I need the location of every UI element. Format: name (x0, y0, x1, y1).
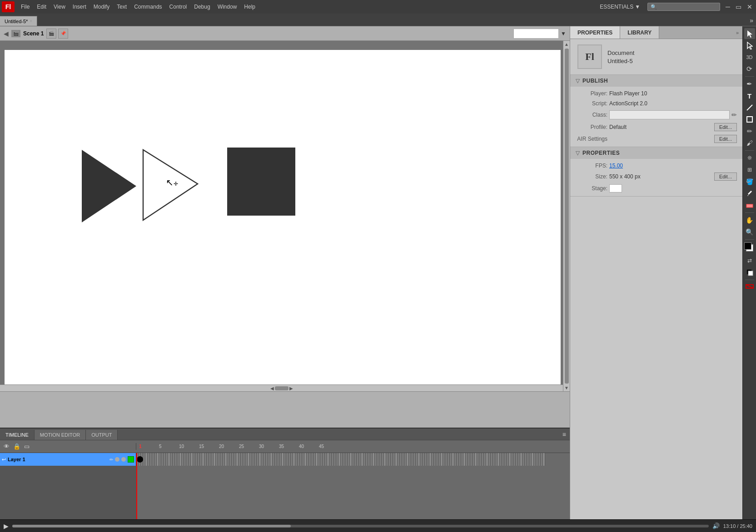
tab-properties[interactable]: PROPERTIES (570, 26, 620, 39)
frame-cell[interactable] (543, 453, 545, 466)
scene-snap-button[interactable]: 📌 (58, 29, 68, 39)
layer-lock-dot[interactable] (121, 457, 126, 462)
layer-type-icon: ↩ (2, 457, 6, 463)
scroll-thumb-vertical[interactable] (565, 49, 569, 384)
publish-section-body: Player: Flash Player 10 Script: ActionSc… (570, 87, 742, 147)
scroll-thumb-horizontal[interactable] (275, 386, 288, 390)
publish-section-header[interactable]: ▽ PUBLISH (570, 75, 742, 87)
horizontal-scrollbar[interactable]: ◀ ▶ (0, 384, 563, 391)
outline-triangle-shape[interactable] (141, 148, 200, 222)
zoom-dropdown-button[interactable]: ▼ (561, 30, 566, 37)
panel-expand-icon[interactable]: » (732, 28, 742, 37)
3d-tool[interactable]: 3D (744, 52, 755, 63)
frames-panel[interactable] (136, 453, 570, 519)
profile-label: Profile: (576, 124, 607, 130)
publish-arrow-icon: ▽ (576, 78, 580, 84)
volume-icon[interactable]: 🔊 (712, 522, 720, 529)
size-value: 550 x 400 px (609, 173, 712, 180)
timeline-area: TIMELINE MOTION EDITOR OUTPUT ≡ 👁 🔒 ▭ 1 … (0, 428, 570, 532)
minimize-button[interactable]: ─ (724, 3, 732, 10)
close-button[interactable]: ✕ (745, 3, 754, 10)
menu-help[interactable]: Help (240, 2, 259, 12)
playhead (136, 453, 137, 519)
subselect-tool[interactable] (744, 40, 755, 51)
scroll-down-button[interactable]: ▼ (563, 384, 570, 391)
media-progress-bar[interactable] (12, 525, 709, 527)
menu-insert[interactable]: Insert (69, 2, 90, 12)
media-play-button[interactable]: ▶ (4, 522, 9, 530)
eyedropper-tool[interactable] (744, 188, 755, 199)
text-tool[interactable]: T (744, 90, 755, 101)
deco-tool[interactable]: ❊ (744, 153, 755, 163)
frame-num-30: 30 (258, 444, 278, 449)
menu-window[interactable]: Window (214, 2, 241, 12)
layer-panel[interactable]: ↩ Layer 1 ✏ (0, 453, 136, 466)
paint-bucket-tool[interactable]: 🪣 (744, 176, 755, 187)
scroll-left-button[interactable]: ◀ (269, 385, 275, 392)
layer-edit-icon[interactable]: ✏ (109, 457, 113, 462)
pencil-tool[interactable]: ✏ (744, 126, 755, 137)
layer-keyframe-indicator[interactable] (128, 456, 134, 463)
stage-color-swatch[interactable] (609, 184, 622, 192)
zoom-tool[interactable]: 🔍 (744, 227, 755, 237)
frame-cells (136, 453, 570, 466)
layer-name[interactable]: Layer 1 (8, 457, 108, 462)
vertical-scrollbar[interactable]: ▲ ▼ (563, 41, 570, 391)
line-tool[interactable] (744, 102, 755, 113)
search-input[interactable] (647, 3, 720, 11)
brush-tool[interactable]: 🖌 (744, 138, 755, 148)
scroll-up-button[interactable]: ▲ (563, 41, 570, 48)
zoom-input[interactable]: 379% (513, 29, 559, 39)
timeline-tabs: TIMELINE MOTION EDITOR OUTPUT ≡ (0, 429, 570, 440)
scroll-right-button[interactable]: ▶ (288, 385, 294, 392)
tab-close-button[interactable]: × (30, 19, 32, 24)
tab-timeline[interactable]: TIMELINE (0, 430, 35, 440)
properties-section-header[interactable]: ▽ PROPERTIES (570, 147, 742, 159)
swap-colors-button[interactable]: ⇄ (744, 255, 755, 266)
scene-back-button[interactable]: ◀ (4, 30, 9, 37)
maximize-button[interactable]: ▭ (734, 3, 743, 10)
essentials-button[interactable]: ESSENTIALS ▼ (596, 2, 644, 12)
tab-library[interactable]: LIBRARY (620, 26, 659, 39)
menu-commands[interactable]: Commands (130, 2, 165, 12)
svg-rect-5 (748, 271, 753, 276)
menu-edit[interactable]: Edit (33, 2, 50, 12)
tab-label: Untitled-5* (5, 19, 28, 24)
menu-file[interactable]: File (17, 2, 33, 12)
tool-separator-5 (745, 280, 754, 280)
script-value: ActionScript 2.0 (609, 100, 737, 107)
menu-text[interactable]: Text (113, 2, 130, 12)
eraser-tool[interactable] (744, 200, 755, 211)
pen-tool[interactable]: ✒ (744, 79, 755, 89)
profile-edit-button[interactable]: Edit... (714, 123, 737, 131)
rectangle-tool[interactable] (744, 114, 755, 125)
stroke-none-icon[interactable] (745, 283, 754, 291)
menu-debug[interactable]: Debug (190, 2, 214, 12)
stroke-color[interactable] (744, 242, 751, 250)
hand-tool[interactable]: ✋ (744, 215, 755, 226)
size-edit-button[interactable]: Edit... (714, 172, 737, 181)
menu-control[interactable]: Control (166, 2, 191, 12)
class-edit-icon[interactable]: ✏ (731, 111, 737, 118)
scene-icon: 🎬 (11, 30, 20, 37)
menu-modify[interactable]: Modify (90, 2, 113, 12)
document-tab[interactable]: Untitled-5* × (0, 16, 37, 26)
air-edit-button[interactable]: Edit... (714, 135, 737, 143)
air-settings-row: AIR Settings Edit... (576, 135, 737, 143)
canvas-viewport[interactable]: ↖✛ ▲ ▼ ◀ ▶ (0, 41, 570, 391)
arrow-tool[interactable] (744, 28, 755, 39)
fps-value[interactable]: 15.00 (609, 163, 623, 169)
class-input[interactable] (609, 110, 730, 119)
menu-view[interactable]: View (50, 2, 69, 12)
frame-num-5: 5 (158, 444, 178, 449)
default-colors-button[interactable] (744, 267, 755, 278)
tab-output[interactable]: OUTPUT (86, 430, 118, 440)
lasso-tool[interactable]: ⟳ (744, 64, 755, 74)
layer-visibility-dot[interactable] (115, 457, 119, 462)
tab-expand-icon[interactable]: » (747, 15, 756, 26)
bone-tool[interactable]: ⊞ (744, 164, 755, 175)
script-label: Script: (576, 100, 607, 107)
scene-edit-button[interactable]: 🎬 (46, 29, 56, 39)
tab-motion-editor[interactable]: MOTION EDITOR (35, 430, 86, 440)
timeline-menu-icon[interactable]: ≡ (559, 429, 570, 440)
